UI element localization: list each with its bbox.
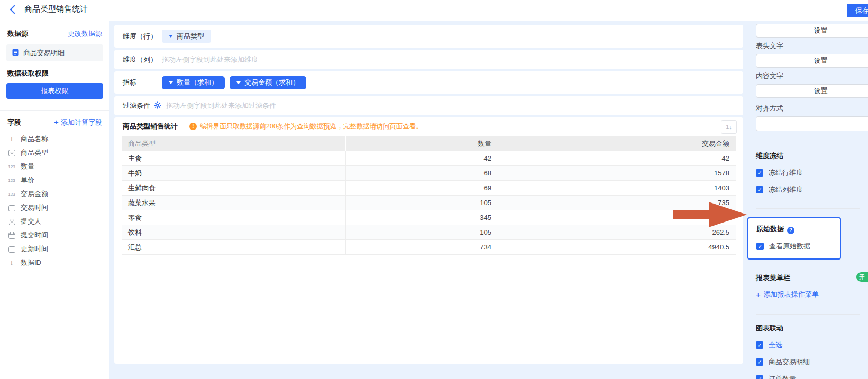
cell-quantity: 42 xyxy=(346,151,498,165)
settings-panel: 设置 表头文字 设置 内容文字 设置 对齐方式 维度冻结 ✓ 冻结行维度 ✓ 冻… xyxy=(747,21,868,379)
metric-tag-quantity[interactable]: 数量（求和） xyxy=(162,76,225,89)
warning-icon: ! xyxy=(189,123,197,130)
field-label: 交易金额 xyxy=(21,189,48,199)
panel-divider xyxy=(756,314,860,315)
plus-icon: + xyxy=(756,291,761,298)
datasource-heading: 数据源 xyxy=(7,29,28,39)
freeze-row-checkbox[interactable]: ✓ 冻结行维度 xyxy=(756,168,868,178)
field-item[interactable]: I 数据ID xyxy=(0,256,109,270)
content-text-settings-button[interactable]: 设置 xyxy=(756,84,868,98)
cell-category: 零食 xyxy=(122,210,346,225)
checkbox-checked-icon: ✓ xyxy=(756,169,763,177)
text-icon: I xyxy=(7,259,16,267)
linkage-item-checkbox[interactable]: ✓ 商品交易明细 xyxy=(756,357,868,367)
change-datasource-link[interactable]: 更改数据源 xyxy=(68,29,102,39)
gear-icon[interactable] xyxy=(154,101,161,110)
metrics-card: 指标 数量（求和） 交易金额（求和） xyxy=(114,71,743,94)
header-text-settings-button[interactable]: 设置 xyxy=(756,54,868,68)
col-dimension-dropzone[interactable]: 拖动左侧字段到此处来添加维度 xyxy=(162,55,258,64)
add-menu-link[interactable]: + 添加报表操作菜单 xyxy=(756,290,868,299)
field-item[interactable]: 提交人 xyxy=(0,215,109,228)
align-select[interactable] xyxy=(756,116,868,131)
save-button[interactable]: 保存 xyxy=(847,4,868,17)
filter-dropzone[interactable]: 拖动左侧字段到此处来添加过滤条件 xyxy=(166,101,276,110)
user-icon xyxy=(7,218,16,225)
field-item[interactable]: 商品类型 xyxy=(0,146,109,160)
table-row[interactable]: 主食 42 42 xyxy=(122,151,736,166)
panel-divider xyxy=(756,143,860,143)
table-row[interactable]: 蔬菜水果 105 735 xyxy=(122,196,736,210)
field-label: 数据ID xyxy=(21,258,41,267)
cell-category: 生鲜肉食 xyxy=(122,181,346,195)
column-header[interactable]: 交易金额 xyxy=(498,136,736,151)
checkbox-label: 冻结行维度 xyxy=(769,168,803,178)
cell-amount: 42 xyxy=(498,151,736,165)
metric-tag-amount[interactable]: 交易金额（求和） xyxy=(230,76,306,89)
align-label: 对齐方式 xyxy=(756,104,868,113)
table-preview-card: 商品类型销售统计 ! 编辑界面只取数据源前200条作为查询数据预览，完整数据请访… xyxy=(114,117,743,364)
sort-button[interactable]: 1↓ xyxy=(721,120,737,134)
chevron-down-icon xyxy=(169,81,173,84)
datasource-item[interactable]: 商品交易明细 xyxy=(6,44,103,61)
preview-table: 商品类型 数量 交易金额 主食 42 42 牛奶 68 1578 生鲜肉食 69… xyxy=(122,136,736,255)
panel-divider xyxy=(756,265,860,265)
back-button[interactable] xyxy=(4,3,20,19)
linkage-select-all-checkbox[interactable]: ✓ 全选 xyxy=(756,340,868,350)
calendar-icon xyxy=(7,232,16,239)
cell-quantity: 734 xyxy=(346,240,498,254)
filter-card: 过滤条件 拖动左侧字段到此处来添加过滤条件 xyxy=(114,96,743,115)
sidebar-divider xyxy=(0,110,109,111)
table-summary-row[interactable]: 汇总 734 4940.5 xyxy=(122,240,736,255)
field-item[interactable]: 123 单价 xyxy=(0,173,109,187)
cell-quantity: 69 xyxy=(346,181,498,195)
column-header[interactable]: 商品类型 xyxy=(122,136,346,151)
field-label: 更新时间 xyxy=(21,244,48,254)
checkbox-checked-icon: ✓ xyxy=(756,243,764,250)
row-dimension-tag[interactable]: 商品类型 xyxy=(162,30,211,43)
help-icon[interactable]: ? xyxy=(787,227,794,234)
report-permission-button[interactable]: 报表权限 xyxy=(6,83,103,99)
view-raw-data-checkbox[interactable]: ✓ 查看原始数据 xyxy=(756,242,834,251)
cell-quantity: 345 xyxy=(346,210,498,225)
header-text-label: 表头文字 xyxy=(756,41,868,51)
cell-amount: 920 xyxy=(498,210,736,225)
menu-toggle-switch[interactable]: 开 xyxy=(856,272,868,282)
table-header-row: 商品类型 数量 交易金额 xyxy=(122,136,736,151)
field-item[interactable]: 提交时间 xyxy=(0,228,109,242)
table-row[interactable]: 牛奶 68 1578 xyxy=(122,166,736,181)
table-title: 商品类型销售统计 xyxy=(123,122,178,131)
checkbox-checked-icon: ✓ xyxy=(756,358,763,366)
field-item[interactable]: 更新时间 xyxy=(0,242,109,256)
metrics-label: 指标 xyxy=(123,78,162,87)
field-label: 提交人 xyxy=(21,217,41,226)
linkage-item-checkbox[interactable]: ✓ 订单数量 xyxy=(756,374,868,379)
table-row[interactable]: 零食 345 920 xyxy=(122,210,736,225)
cell-category: 汇总 xyxy=(122,240,346,254)
table-row[interactable]: 生鲜肉食 69 1403 xyxy=(122,181,736,196)
field-item[interactable]: 123 交易金额 xyxy=(0,187,109,201)
cell-quantity: 68 xyxy=(346,166,498,180)
field-item[interactable]: 交易时间 xyxy=(0,201,109,215)
column-header[interactable]: 数量 xyxy=(346,136,498,151)
col-dimension-label: 维度（列） xyxy=(123,55,162,64)
field-label: 交易时间 xyxy=(21,203,48,212)
checkbox-label: 全选 xyxy=(769,340,782,350)
add-calc-field-link[interactable]: + 添加计算字段 xyxy=(54,118,102,127)
page-title[interactable]: 商品类型销售统计 xyxy=(23,3,93,17)
freeze-heading: 维度冻结 xyxy=(756,151,868,161)
number-icon: 123 xyxy=(7,164,16,169)
filter-label: 过滤条件 xyxy=(123,101,150,110)
left-sidebar: 数据源 更改数据源 商品交易明细 数据获取权限 报表权限 字段 + 添加计算字段… xyxy=(0,21,109,379)
field-list: I 商品名称 商品类型 123 数量 123 单价 123 交易金额 交易时间 … xyxy=(0,132,109,270)
cell-amount: 1403 xyxy=(498,181,736,195)
preview-notice: ! 编辑界面只取数据源前200条作为查询数据预览，完整数据请访问页面查看。 xyxy=(189,122,423,131)
checkbox-checked-icon: ✓ xyxy=(756,341,763,349)
calendar-icon xyxy=(7,246,16,253)
field-item[interactable]: 123 数量 xyxy=(0,160,109,173)
header-style-settings-button[interactable]: 设置 xyxy=(756,24,868,38)
table-row[interactable]: 饮料 105 262.5 xyxy=(122,225,736,240)
chevron-down-icon xyxy=(169,35,173,38)
main-area: 维度（行） 商品类型 维度（列） 拖动左侧字段到此处来添加维度 指标 数量（求和… xyxy=(109,21,747,379)
field-item[interactable]: I 商品名称 xyxy=(0,132,109,146)
freeze-col-checkbox[interactable]: ✓ 冻结列维度 xyxy=(756,185,868,195)
